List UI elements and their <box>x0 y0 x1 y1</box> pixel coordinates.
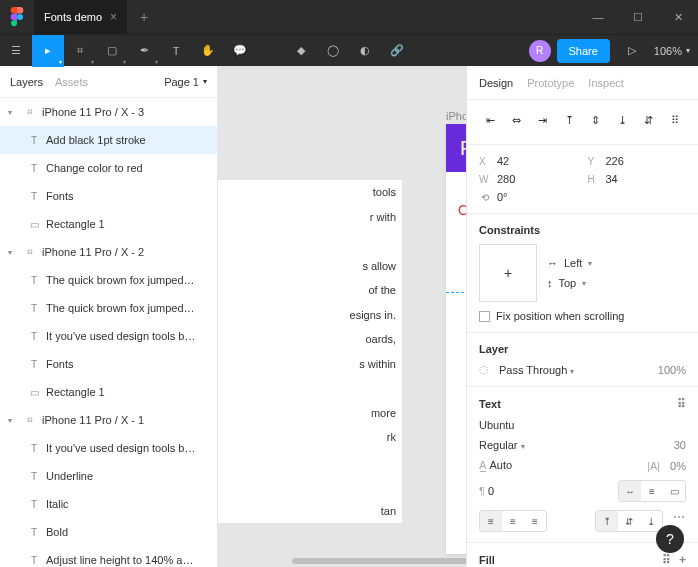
text-valign-group[interactable]: ⤒ ⇵ ⤓ <box>595 510 663 532</box>
inspector-panel: Design Prototype Inspect ⇤ ⇔ ⇥ ⤒ ⇕ ⤓ ⇵ ⠿… <box>466 66 698 567</box>
assets-tab[interactable]: Assets <box>55 76 88 88</box>
page-selector[interactable]: Page 1▾ <box>164 76 207 88</box>
align-top-icon[interactable]: ⤒ <box>558 110 580 130</box>
prototype-tab[interactable]: Prototype <box>527 77 574 89</box>
align-bottom-icon[interactable]: ⤓ <box>611 110 633 130</box>
move-tool[interactable]: ▸▾ <box>32 35 64 67</box>
layer-item[interactable]: TFonts <box>0 350 217 378</box>
layer-item[interactable]: TThe quick brown fox jumped..... <box>0 294 217 322</box>
zoom-control[interactable]: 106%▾ <box>654 45 690 57</box>
figma-logo-icon[interactable] <box>0 0 34 34</box>
line-height-input[interactable]: Auto <box>489 459 512 471</box>
present-button[interactable]: ▷ <box>616 35 648 67</box>
partial-artboard[interactable]: toolsr with s allowof theesigns in.oards… <box>218 180 402 523</box>
pen-tool[interactable]: ✒▾ <box>128 35 160 67</box>
new-tab-button[interactable]: + <box>127 9 161 25</box>
paragraph-spacing-input[interactable]: 0 <box>488 485 494 497</box>
artboard-iphone3[interactable]: Fonts Change color to red Add black 1pt … <box>446 124 466 554</box>
tidy-icon[interactable]: ⠿ <box>664 110 686 130</box>
layers-tab[interactable]: Layers <box>10 76 43 88</box>
text-align-center-icon[interactable]: ≡ <box>502 511 524 531</box>
constraints-title: Constraints <box>479 224 686 236</box>
layer-item[interactable]: TChange color to red <box>0 154 217 182</box>
text-tool[interactable]: T <box>160 35 192 67</box>
layer-item[interactable]: TThe quick brown fox jumped..... <box>0 266 217 294</box>
text-style-icon[interactable]: ⠿ <box>677 397 686 411</box>
y-input[interactable]: Y226 <box>588 155 687 167</box>
window-maximize-icon[interactable]: ☐ <box>618 0 658 34</box>
layer-item[interactable]: TFonts <box>0 182 217 210</box>
component-icon[interactable]: ◆ <box>285 35 317 67</box>
text-align-left-icon[interactable]: ≡ <box>480 511 502 531</box>
share-button[interactable]: Share <box>557 39 610 63</box>
artboard-header: Fonts <box>446 124 466 172</box>
blend-mode-select[interactable]: Pass Through ▾ <box>499 364 574 376</box>
layer-item[interactable]: TUnderline <box>0 462 217 490</box>
inspect-tab[interactable]: Inspect <box>588 77 623 89</box>
align-left-icon[interactable]: ⇤ <box>479 110 501 130</box>
vertical-constraint-select[interactable]: ↕Top▾ <box>547 277 592 289</box>
boolean-icon[interactable]: ◐ <box>349 35 381 67</box>
layer-item[interactable]: TItalic <box>0 490 217 518</box>
layer-item[interactable]: ▭Rectangle 1 <box>0 210 217 238</box>
window-minimize-icon[interactable]: — <box>578 0 618 34</box>
align-hcenter-icon[interactable]: ⇔ <box>505 110 527 130</box>
design-tab[interactable]: Design <box>479 77 513 89</box>
text-align-bottom-icon[interactable]: ⤓ <box>640 511 662 531</box>
align-vcenter-icon[interactable]: ⇕ <box>585 110 607 130</box>
file-tab-title: Fonts demo <box>44 11 102 23</box>
x-input[interactable]: X42 <box>479 155 578 167</box>
fix-position-checkbox[interactable]: Fix position when scrolling <box>479 310 686 322</box>
height-input[interactable]: H34 <box>588 173 687 185</box>
rotation-input[interactable]: 0° <box>497 191 508 203</box>
add-fill-button[interactable]: + <box>679 553 686 567</box>
user-avatar[interactable]: R <box>529 40 551 62</box>
auto-height-icon[interactable]: ≡ <box>641 481 663 501</box>
letter-spacing-icon: |A| <box>647 460 660 472</box>
fixed-size-icon[interactable]: ▭ <box>663 481 685 501</box>
svg-point-0 <box>17 14 23 20</box>
align-right-icon[interactable]: ⇥ <box>532 110 554 130</box>
text-align-middle-icon[interactable]: ⇵ <box>618 511 640 531</box>
width-input[interactable]: W280 <box>479 173 578 185</box>
horizontal-constraint-select[interactable]: ↔Left▾ <box>547 257 592 269</box>
window-close-icon[interactable]: ✕ <box>658 0 698 34</box>
main-menu-button[interactable]: ☰ <box>0 35 32 67</box>
red-text-layer[interactable]: Change color to red <box>458 202 466 218</box>
horizontal-scrollbar[interactable] <box>292 558 466 564</box>
auto-width-icon[interactable]: ↔ <box>619 481 641 501</box>
shape-tool[interactable]: ▢▾ <box>96 35 128 67</box>
font-family-select[interactable]: Ubuntu <box>479 419 686 431</box>
comment-tool[interactable]: 💬 <box>224 35 256 67</box>
help-button[interactable]: ? <box>656 525 684 553</box>
file-tab[interactable]: Fonts demo × <box>34 0 127 34</box>
font-weight-select[interactable]: Regular ▾ <box>479 439 525 451</box>
layer-item[interactable]: ▭Rectangle 1 <box>0 378 217 406</box>
text-align-top-icon[interactable]: ⤒ <box>596 511 618 531</box>
layer-item[interactable]: TAdd black 1pt stroke <box>0 126 217 154</box>
layer-item[interactable]: TBold <box>0 518 217 546</box>
constraints-widget[interactable] <box>479 244 537 302</box>
layer-frame[interactable]: ▾⌗iPhone 11 Pro / X - 1 <box>0 406 217 434</box>
hand-tool[interactable]: ✋ <box>192 35 224 67</box>
font-size-input[interactable]: 30 <box>674 439 686 451</box>
frame-tool[interactable]: ⌗▾ <box>64 35 96 67</box>
layer-list: ▾⌗iPhone 11 Pro / X - 3TAdd black 1pt st… <box>0 98 217 567</box>
fill-style-icon[interactable]: ⠿ <box>662 553 671 567</box>
close-tab-icon[interactable]: × <box>110 10 117 24</box>
layer-item[interactable]: TAdjust line height to 140% an... <box>0 546 217 567</box>
letter-spacing-input[interactable]: 0% <box>670 460 686 472</box>
layer-item[interactable]: TIt you've used design tools be... <box>0 322 217 350</box>
text-halign-group[interactable]: ≡ ≡ ≡ <box>479 510 547 532</box>
canvas[interactable]: toolsr with s allowof theesigns in.oards… <box>218 66 466 567</box>
layer-opacity-input[interactable]: 100% <box>658 364 686 376</box>
text-align-right-icon[interactable]: ≡ <box>524 511 546 531</box>
layer-frame[interactable]: ▾⌗iPhone 11 Pro / X - 3 <box>0 98 217 126</box>
mask-icon[interactable]: ◯ <box>317 35 349 67</box>
fill-section-title: Fill <box>479 554 495 566</box>
link-icon[interactable]: 🔗 <box>381 35 413 67</box>
text-resize-group[interactable]: ↔ ≡ ▭ <box>618 480 686 502</box>
layer-frame[interactable]: ▾⌗iPhone 11 Pro / X - 2 <box>0 238 217 266</box>
layer-item[interactable]: TIt you've used design tools be... <box>0 434 217 462</box>
distribute-icon[interactable]: ⇵ <box>637 110 659 130</box>
